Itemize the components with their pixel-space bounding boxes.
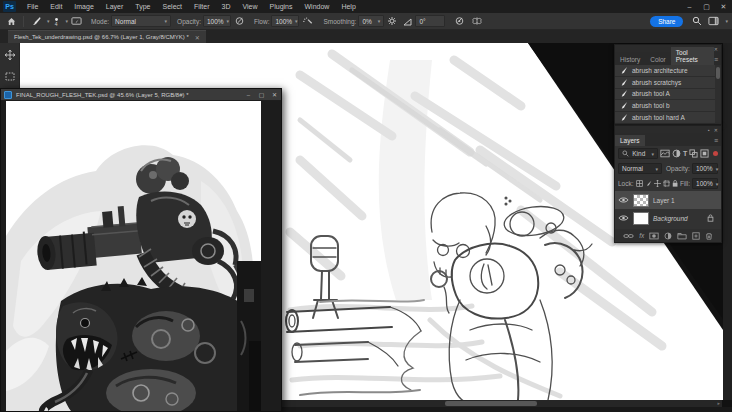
layer-name[interactable]: Layer 1 [653,197,675,204]
brush-tool-icon[interactable] [28,14,44,28]
delete-layer-icon[interactable] [705,232,713,240]
layer-row-background[interactable]: Background [615,209,721,227]
link-layers-icon[interactable] [623,232,634,240]
new-layer-icon[interactable] [692,232,700,240]
floating-minimize-button[interactable]: – [242,92,255,98]
menu-view[interactable]: View [237,0,264,13]
presets-scrollbar-thumb[interactable] [716,67,720,79]
panel-menu-icon[interactable]: ≡ [714,137,721,146]
new-group-icon[interactable] [677,232,687,240]
brush-preset-preview[interactable]: 4 [50,14,63,28]
scrollbar-right-arrow-icon[interactable]: ▸ [717,400,720,407]
paint-symmetry-icon[interactable] [468,14,486,28]
preset-item[interactable]: abrush scratchys [615,77,721,89]
lock-artboard-icon[interactable] [663,179,670,188]
presets-scrollbar[interactable] [715,65,721,124]
add-mask-icon[interactable] [649,232,659,240]
menu-3d[interactable]: 3D [216,0,237,13]
menu-image[interactable]: Image [68,0,99,13]
opacity-select[interactable]: 100% ▾ [203,15,231,27]
preset-item[interactable]: abrush tool hard A [615,112,721,124]
airbrush-icon[interactable] [299,14,317,28]
floating-close-button[interactable]: ✕ [268,91,281,98]
tab-layers[interactable]: Layers [615,135,645,146]
floating-maximize-button[interactable]: ▢ [255,91,268,98]
minimize-button[interactable]: – [681,0,698,13]
layer-thumbnail[interactable] [633,194,649,207]
close-button[interactable]: ✕ [715,0,732,13]
preset-item[interactable]: abrush tool A [615,89,721,101]
panel-close-icon[interactable]: ✕ [714,46,718,52]
flow-select[interactable]: 100% ▾ [271,15,299,27]
preset-item[interactable]: abrush architecture [615,65,721,77]
document-file-icon [4,91,12,99]
visibility-eye-icon[interactable] [618,196,629,204]
tab-color[interactable]: Color [645,54,671,65]
layer-opacity-select[interactable]: 100% ▾ [692,163,718,174]
panel-menu-icon[interactable]: ≡ [714,56,721,65]
brush-preset-icon [619,66,628,75]
horizontal-scrollbar-thumb[interactable] [445,401,537,406]
menu-window[interactable]: Window [299,0,336,13]
menu-plugins[interactable]: Plugins [264,0,299,13]
menu-edit[interactable]: Edit [44,0,68,13]
tab-close-icon[interactable]: ✕ [195,34,200,41]
document-tab[interactable]: Flesh_Tek_underdrawing.psd @ 66.7% (Laye… [8,30,206,43]
marquee-tool-icon[interactable] [5,67,15,85]
menu-type[interactable]: Type [129,0,156,13]
brush-angle-input[interactable]: 0° [415,15,445,27]
tool-presets-list: abrush architecture abrush scratchys abr… [615,65,721,124]
lock-paint-icon[interactable] [645,179,652,188]
maximize-button[interactable]: ▢ [698,0,715,13]
floating-window-canvas[interactable] [1,101,281,411]
fill-select[interactable]: 100% ▾ [692,178,718,189]
layer-thumbnail[interactable] [633,212,649,225]
brush-preset-icon [619,78,628,87]
layer-kind-select[interactable]: Kind ▾ [618,148,658,159]
preset-item[interactable]: abrush tool b [615,100,721,112]
mode-select[interactable]: Normal ▾ [111,15,171,27]
menu-file[interactable]: File [21,0,44,13]
layer-effects-icon[interactable]: fx [639,232,644,239]
smoothing-select[interactable]: 0% ▾ [358,15,384,27]
menu-select[interactable]: Select [157,0,188,13]
filter-adjustment-layers-icon[interactable] [672,149,681,158]
home-icon[interactable] [4,14,19,28]
mode-value: Normal [115,18,136,25]
share-button[interactable]: Share [650,16,683,27]
workspace-chevron-icon[interactable]: ▾ [725,18,728,24]
layer-name[interactable]: Background [653,215,688,222]
horizontal-scrollbar[interactable]: ▸ [282,400,722,407]
new-adjustment-layer-icon[interactable] [664,232,672,240]
workspace-switcher-icon[interactable] [705,14,722,28]
panel-collapse-icon[interactable]: ▪ [708,127,710,133]
layer-row-layer1[interactable]: Layer 1 [615,191,721,209]
filter-smart-object-icon[interactable] [700,149,709,158]
floating-document-window[interactable]: FINAL_ROUGH_FLESH_TEK.psd @ 45.6% (Layer… [0,88,282,412]
blend-mode-select[interactable]: Normal ▾ [618,163,662,174]
menu-help[interactable]: Help [335,0,361,13]
lock-transparency-icon[interactable] [636,179,643,188]
filter-pixel-layers-icon[interactable] [660,149,670,158]
opacity-pressure-icon[interactable] [231,14,248,28]
search-icon[interactable] [689,14,705,28]
tab-history[interactable]: History [615,54,645,65]
menu-filter[interactable]: Filter [188,0,216,13]
panel-close-icon[interactable]: ✕ [714,127,718,133]
panel-group-header[interactable]: ▪ ✕ [615,126,721,133]
move-tool-icon[interactable] [5,46,15,64]
search-icon [622,150,629,157]
tab-tool-presets[interactable]: Tool Presets [671,47,714,65]
brush-settings-panel-icon[interactable] [68,14,85,28]
filtering-toggle[interactable] [713,151,718,156]
visibility-eye-icon[interactable] [618,214,629,222]
filter-shape-layers-icon[interactable] [689,149,698,158]
vertical-scrollbar[interactable] [723,43,732,400]
floating-window-titlebar[interactable]: FINAL_ROUGH_FLESH_TEK.psd @ 45.6% (Layer… [1,89,281,101]
smoothing-options-gear-icon[interactable] [384,14,400,28]
lock-position-icon[interactable] [654,179,661,188]
filter-type-layers-icon[interactable]: T [683,150,687,157]
menu-layer[interactable]: Layer [100,0,130,13]
pressure-size-icon[interactable] [451,14,468,28]
lock-all-icon[interactable] [672,179,678,188]
